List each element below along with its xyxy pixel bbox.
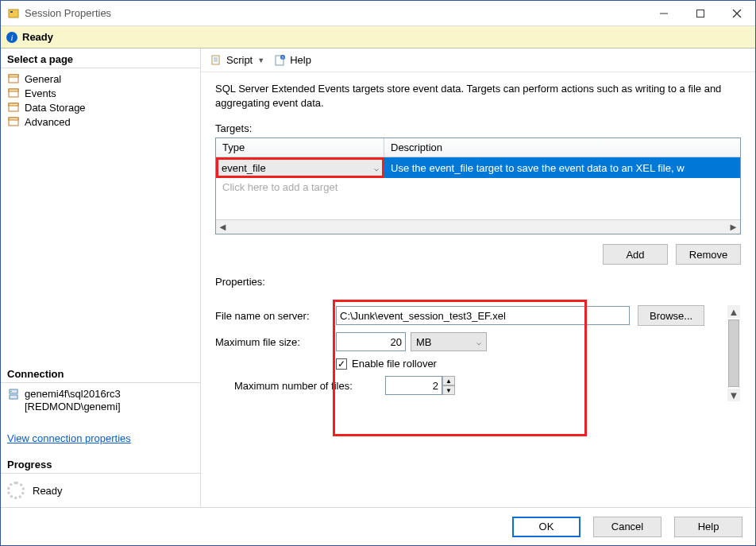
right-panel: Script ▼ ? Help SQL Server Extended Even…: [201, 48, 755, 507]
browse-button[interactable]: Browse...: [638, 305, 704, 326]
add-target-placeholder[interactable]: Click here to add a target: [216, 178, 740, 219]
svg-rect-9: [9, 75, 18, 77]
properties-area: File name on server: Browse... Maximum f…: [215, 305, 741, 401]
view-connection-properties-link[interactable]: View connection properties: [1, 432, 137, 444]
page-item-events[interactable]: Events: [1, 86, 200, 100]
connection-header: Connection: [1, 363, 200, 383]
max-size-unit-select[interactable]: MB ⌵: [411, 332, 487, 351]
chevron-down-icon: ▼: [257, 56, 264, 64]
column-header-type[interactable]: Type: [216, 138, 384, 157]
enable-rollover-label: Enable file rollover: [352, 358, 437, 370]
app-icon: [7, 7, 20, 20]
column-header-description[interactable]: Description: [384, 138, 740, 157]
max-size-label: Maximum file size:: [215, 336, 336, 348]
script-icon: [210, 54, 223, 67]
page-label: Events: [25, 87, 56, 99]
remove-button[interactable]: Remove: [676, 244, 741, 265]
connection-user: [REDMOND\genemi]: [25, 401, 121, 413]
svg-rect-17: [10, 395, 17, 399]
info-icon: i: [6, 31, 18, 44]
page-item-general[interactable]: General: [1, 72, 200, 86]
spin-up-icon[interactable]: ▲: [442, 376, 455, 385]
targets-table: Type Description event_file ⌵ Use the ev…: [215, 137, 741, 234]
max-files-label: Maximum number of files:: [234, 380, 385, 392]
svg-rect-15: [9, 118, 18, 120]
target-description: Use the event_file target to save the ev…: [384, 157, 740, 178]
footer: OK Cancel Help: [1, 507, 755, 545]
help-label: Help: [290, 54, 311, 66]
page-item-data-storage[interactable]: Data Storage: [1, 100, 200, 114]
target-type-value: event_file: [222, 162, 266, 174]
help-button[interactable]: Help: [674, 517, 742, 537]
svg-text:i: i: [10, 33, 13, 42]
file-name-input[interactable]: [336, 306, 630, 325]
target-type-select[interactable]: event_file ⌵: [222, 162, 379, 174]
horizontal-scrollbar[interactable]: ◄ ►: [216, 219, 740, 234]
page-icon: [7, 115, 20, 128]
svg-rect-3: [697, 10, 704, 17]
svg-rect-0: [9, 10, 18, 17]
intro-text: SQL Server Extended Events targets store…: [215, 82, 741, 110]
file-name-label: File name on server:: [215, 310, 336, 322]
window-controls: [646, 1, 755, 25]
page-icon: [7, 87, 20, 99]
maximize-button[interactable]: [682, 1, 719, 25]
progress-status: Ready: [33, 485, 63, 497]
title-bar: Session Properties: [1, 1, 755, 26]
add-button[interactable]: Add: [603, 244, 668, 265]
help-icon: ?: [274, 54, 287, 67]
cancel-button[interactable]: Cancel: [593, 517, 662, 537]
close-button[interactable]: [719, 1, 755, 25]
script-label: Script: [226, 54, 253, 66]
properties-label: Properties:: [215, 276, 741, 288]
max-size-input[interactable]: [336, 332, 406, 351]
help-button[interactable]: ? Help: [271, 51, 314, 70]
spin-down-icon[interactable]: ▼: [442, 385, 455, 395]
svg-rect-13: [9, 103, 18, 106]
vertical-scrollbar[interactable]: ▲ ▼: [727, 305, 741, 401]
scroll-thumb[interactable]: [728, 319, 739, 387]
status-text: Ready: [22, 31, 53, 43]
svg-rect-11: [9, 89, 18, 91]
enable-rollover-checkbox[interactable]: [336, 358, 347, 370]
page-icon: [7, 72, 20, 85]
server-icon: [7, 388, 20, 401]
chevron-down-icon: ⌵: [476, 338, 481, 347]
page-list: General Events Data Storage Advanced: [1, 68, 200, 135]
scroll-down-icon[interactable]: ▼: [727, 389, 740, 401]
svg-text:?: ?: [282, 55, 284, 60]
connection-server: genemi4f\sql2016rc3: [25, 388, 121, 401]
svg-rect-1: [10, 11, 13, 13]
page-icon: [7, 101, 20, 114]
status-strip: i Ready: [1, 26, 755, 48]
window: Session Properties i Ready Select a page: [0, 0, 756, 546]
scroll-right-icon[interactable]: ►: [727, 220, 740, 234]
progress-spinner-icon: [7, 482, 25, 499]
minimize-button[interactable]: [646, 1, 682, 25]
scroll-left-icon[interactable]: ◄: [216, 220, 230, 234]
table-row[interactable]: event_file ⌵ Use the event_file target t…: [216, 157, 740, 178]
select-page-header: Select a page: [1, 48, 200, 68]
toolbar: Script ▼ ? Help: [201, 48, 755, 72]
ok-button[interactable]: OK: [512, 517, 580, 537]
targets-label: Targets:: [215, 122, 741, 134]
max-size-unit-value: MB: [416, 336, 432, 348]
max-files-input[interactable]: [385, 376, 442, 395]
left-panel: Select a page General Events Data Storag…: [1, 48, 201, 507]
page-label: Data Storage: [25, 102, 86, 114]
page-item-advanced[interactable]: Advanced: [1, 114, 200, 129]
scroll-up-icon[interactable]: ▲: [727, 305, 740, 318]
svg-point-18: [10, 390, 12, 392]
chevron-down-icon: ⌵: [374, 164, 379, 172]
page-label: General: [25, 73, 61, 85]
page-label: Advanced: [25, 116, 71, 128]
script-button[interactable]: Script ▼: [207, 51, 268, 70]
window-title: Session Properties: [25, 7, 646, 19]
svg-rect-19: [212, 56, 219, 64]
progress-header: Progress: [1, 454, 200, 474]
